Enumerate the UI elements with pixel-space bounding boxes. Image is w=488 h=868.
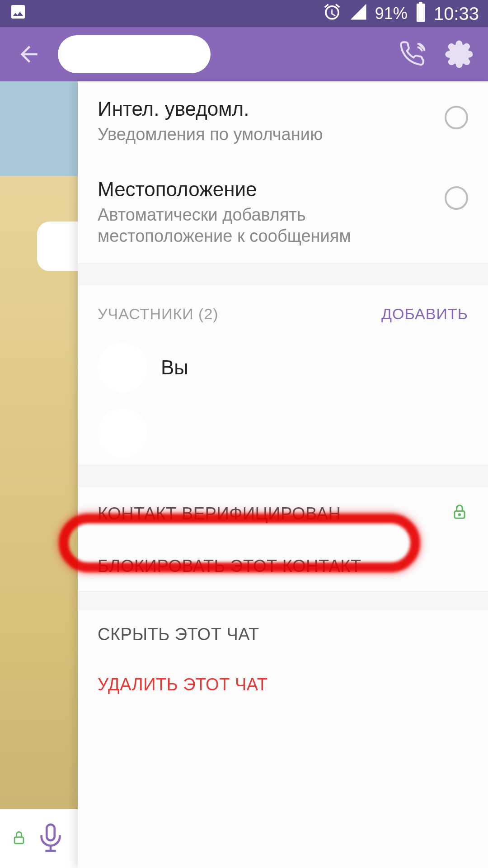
avatar bbox=[98, 343, 147, 392]
background-chat-strip bbox=[0, 81, 78, 868]
action-block-contact[interactable]: БЛОКИРОВАТЬ ЭТОТ КОНТАКТ bbox=[78, 541, 488, 591]
svg-point-5 bbox=[459, 514, 460, 515]
location-subtitle: Автоматически добавлять местоположение к… bbox=[98, 204, 434, 247]
participant-other[interactable] bbox=[78, 401, 488, 465]
row-notifications[interactable]: Интел. уведомл. Уведомления по умолчанию bbox=[78, 81, 488, 162]
settings-button[interactable] bbox=[443, 38, 475, 71]
chat-bubble-peek bbox=[37, 222, 78, 271]
participants-count: УЧАСТНИКИ (2) bbox=[98, 305, 381, 323]
app-bar bbox=[0, 27, 488, 81]
notifications-subtitle: Уведомления по умолчанию bbox=[98, 124, 434, 146]
alarm-icon bbox=[323, 2, 342, 25]
location-title: Местоположение bbox=[98, 178, 434, 201]
status-bar: 91% 10:33 bbox=[0, 0, 488, 27]
signal-icon bbox=[349, 2, 368, 25]
mic-icon[interactable] bbox=[35, 822, 66, 855]
svg-rect-3 bbox=[47, 825, 55, 840]
svg-rect-0 bbox=[418, 7, 423, 20]
image-icon bbox=[9, 3, 27, 25]
battery-icon bbox=[415, 2, 427, 26]
row-location[interactable]: Местоположение Автоматически добавлять м… bbox=[78, 162, 488, 264]
clock-time: 10:33 bbox=[434, 4, 479, 24]
chat-title-redacted bbox=[58, 35, 211, 73]
participant-name: Вы bbox=[161, 356, 188, 379]
chat-input-bar-peek bbox=[0, 809, 78, 868]
lock-icon bbox=[11, 829, 27, 849]
action-delete-chat[interactable]: УДАЛИТЬ ЭТОТ ЧАТ bbox=[78, 660, 488, 710]
participant-you[interactable]: Вы bbox=[78, 334, 488, 401]
svg-rect-2 bbox=[14, 837, 23, 844]
add-participant-button[interactable]: ДОБАВИТЬ bbox=[381, 305, 468, 323]
chat-info-panel: Интел. уведомл. Уведомления по умолчанию… bbox=[78, 81, 488, 868]
avatar bbox=[98, 408, 147, 458]
battery-pct: 91% bbox=[375, 4, 408, 23]
action-contact-verified[interactable]: КОНТАКТ ВЕРИФИЦИРОВАН bbox=[78, 486, 488, 541]
location-toggle[interactable] bbox=[445, 186, 468, 210]
lock-icon bbox=[451, 502, 468, 526]
notifications-title: Интел. уведомл. bbox=[98, 98, 434, 120]
action-hide-chat[interactable]: СКРЫТЬ ЭТОТ ЧАТ bbox=[78, 609, 488, 660]
call-button[interactable] bbox=[398, 38, 430, 71]
notifications-toggle[interactable] bbox=[445, 106, 468, 129]
participants-header: УЧАСТНИКИ (2) ДОБАВИТЬ bbox=[78, 285, 488, 334]
back-button[interactable] bbox=[13, 38, 45, 71]
